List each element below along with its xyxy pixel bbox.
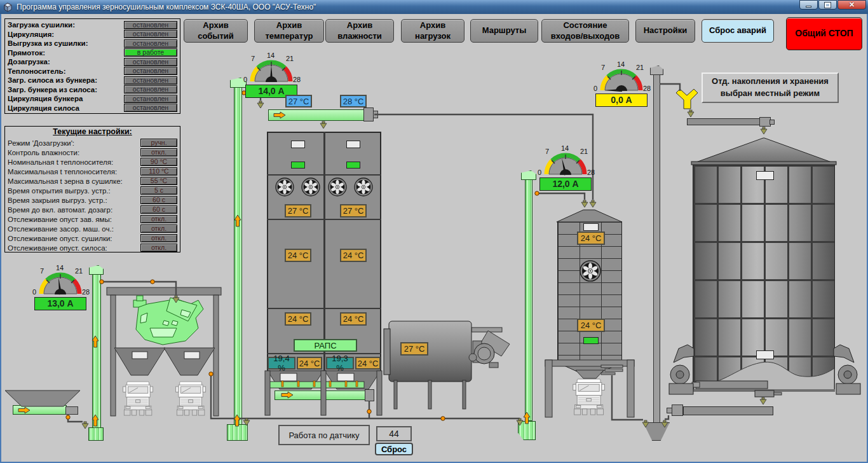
status-label: Дозагрузка: [8,58,124,66]
bunker-indicator-white [583,223,599,231]
setting-value[interactable]: ручн. [140,139,177,147]
svg-text:14: 14 [561,145,569,152]
loads-archive-button[interactable]: Архив нагрузок [401,19,465,43]
setting-row: Номинальная t теплоносителя:90 °C [8,157,177,167]
svg-text:7: 7 [40,267,44,275]
flow-funnel-icons [82,101,767,429]
status-value: остановлен [124,85,177,93]
setting-label: Максимальная t зерна в сушилке: [8,177,140,185]
setting-value[interactable]: 60 с [140,196,177,204]
status-value: остановлен [124,58,177,66]
dryer-indicator-green [346,162,360,169]
gauge-value: 13,0 А [34,297,86,310]
status-value: остановлен [124,39,177,48]
reset-alarms-button[interactable]: Сброс аварий [702,19,774,43]
setting-value[interactable]: откл. [140,215,177,223]
events-archive-button[interactable]: Архив событий [184,19,248,43]
setting-row: Время закрыия выгруз. устр.:60 с [8,195,177,205]
sensor-reset-button[interactable]: Сброс [375,443,413,455]
gauge-storage: 07 1421 28 0,0 А [591,61,652,107]
setting-value[interactable]: 90 °C [140,158,177,166]
routes-button[interactable]: Маршруты [470,19,538,43]
dryer-temp: 24 °C [285,312,311,326]
setting-value[interactable]: 55 °C [140,177,177,185]
humidity-right: 19,3 % [326,357,354,370]
scada-screen: Программа управления зерносушильным комп… [0,0,868,463]
current-settings-panel: Текущие настройки: Режим 'Дозагрузки':ру… [4,126,180,252]
setting-value[interactable]: откл. [140,234,177,242]
status-label: Прямоток: [8,49,124,57]
setting-row: Время открытия выгруз. устр.:5 с [8,186,177,195]
local-mode-message: Отд. накопления и хранения выбран местны… [702,73,839,103]
humidity-archive-button[interactable]: Архив влажности [325,19,394,43]
close-icon: ✕ [849,1,855,9]
status-row: Циркуляция силосаостановлен [8,104,177,113]
setting-row: Отслеживание опуст. сушилки:откл. [8,233,177,243]
svg-text:21: 21 [286,55,294,62]
status-value: остановлен [124,67,177,75]
setting-value[interactable]: откл. [140,148,177,156]
sensor-value-display: 44 [376,426,412,441]
maximize-button[interactable] [818,0,837,10]
status-row: Прямоток:в работе [8,48,177,58]
setting-row: Отслеживание опуст. силоса:откл. [8,243,177,252]
setting-row: Максимальная t зерна в сушилке:55 °C [8,176,177,186]
settings-title: Текущие настройки: [8,127,177,138]
drive-status-panel: Загрузка сушилки:остановлен Циркуляция:о… [4,18,180,114]
settings-button[interactable]: Настройки [635,19,695,43]
setting-label: Время до вкл. автомат. дозагр: [8,206,140,214]
bunker-temp-upper: 24 °C [577,232,605,245]
setting-value[interactable]: 60 с [140,205,177,214]
status-label: Циркуляция бункера [8,95,124,102]
minimize-icon [806,6,811,8]
svg-text:14: 14 [56,265,64,272]
status-row: Загр. бункера из силоса:остановлен [8,85,177,95]
setting-row: Время до вкл. автомат. дозагр:60 с [8,205,177,214]
svg-text:28: 28 [293,76,301,83]
setting-row: Максимальная t теплоносителя:110 °C [8,167,177,176]
io-state-button[interactable]: Состояние входов/выходов [541,19,629,43]
temperature-archive-button[interactable]: Архив температур [254,19,324,43]
dryer-temp: 24 °C [285,249,311,262]
out-temp-left: 24 °C [297,357,322,370]
status-row: Выгрузка из сушилки:остановлен [8,39,177,48]
status-value: в работе [124,48,177,57]
setting-value[interactable]: 5 с [140,186,177,195]
setting-label: Отслеживание опуст. сушилки: [8,235,140,242]
dryer-indicator-white [346,141,360,148]
silo-indicator-top [756,171,774,180]
dryer-temp: 27 °C [340,204,367,218]
message-line-2: выбран местный режим [721,88,820,100]
status-row: Загрузка сушилки:остановлен [8,20,177,30]
window-frame-left [0,14,1,463]
setting-label: Режим 'Дозагрузки': [8,139,140,147]
status-label: Загр. бункера из силоса: [8,86,124,93]
svg-text:0: 0 [32,288,36,295]
status-label: Загр. силоса из бункера: [8,76,124,84]
gauge-bunker-load: 07 1421 28 12,0 А [535,145,596,191]
setting-value[interactable]: 110 °C [140,167,177,176]
minimize-button[interactable] [799,0,818,10]
maximize-icon [825,3,831,8]
svg-text:28: 28 [643,85,651,92]
message-line-1: Отд. накопления и хранения [712,76,829,88]
app-icon [3,3,13,12]
svg-text:21: 21 [580,148,588,155]
status-value: остановлен [124,104,177,112]
svg-text:0: 0 [593,85,597,92]
setting-value[interactable]: откл. [140,225,177,233]
work-mode-selector[interactable]: Работа по датчику [278,425,370,445]
drum-temp: 27 °C [400,342,428,356]
status-value: остановлен [124,21,177,29]
grain-type-label: РАПС [294,339,357,352]
window-title: Программа управления зерносушильным комп… [17,3,316,11]
dryer-indicator-white [291,141,305,148]
setting-row: Контроль влажности:откл. [8,148,177,157]
setting-value[interactable]: откл. [140,244,177,252]
gauge-value: 0,0 А [595,93,648,107]
bunker-indicator-green [583,337,599,344]
close-button[interactable]: ✕ [837,0,866,10]
global-stop-button[interactable]: Общий СТОП [786,17,862,50]
humidity-left: 19,4 % [268,357,295,370]
svg-text:0: 0 [538,169,541,176]
